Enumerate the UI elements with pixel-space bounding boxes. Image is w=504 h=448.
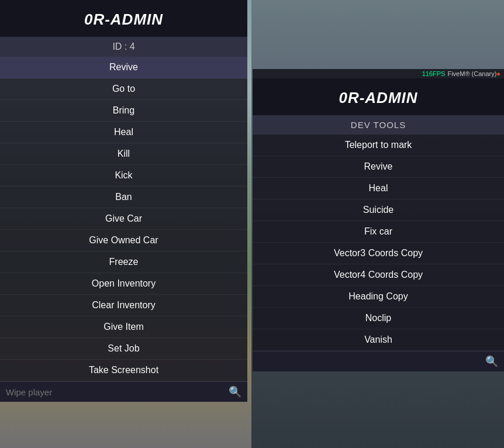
- left-menu-item-11[interactable]: Clear Inventory: [0, 295, 247, 316]
- right-search-icon[interactable]: 🔍: [485, 355, 498, 368]
- left-menu-item-13[interactable]: Set Job: [0, 338, 247, 360]
- right-search-row: 🔍: [253, 351, 504, 371]
- right-search-input[interactable]: [258, 357, 485, 367]
- player-id: ID : 4: [0, 37, 247, 57]
- left-menu-item-14[interactable]: Take Screenshot: [0, 360, 247, 381]
- left-search-row: 🔍: [0, 381, 247, 402]
- left-menu-item-12[interactable]: Give Item: [0, 316, 247, 338]
- right-menu-item-6[interactable]: Vector4 Coords Copy: [253, 264, 504, 286]
- left-panel-title: 0R-ADMIN: [0, 0, 247, 37]
- left-panel: 0R-ADMIN ID : 4 ReviveGo toBringHealKill…: [0, 0, 247, 402]
- left-menu-item-6[interactable]: Ban: [0, 187, 247, 208]
- right-menu-item-3[interactable]: Suicide: [253, 199, 504, 221]
- left-menu-item-7[interactable]: Give Car: [0, 208, 247, 230]
- left-search-input[interactable]: [6, 387, 229, 397]
- left-menu-item-9[interactable]: Freeze: [0, 251, 247, 273]
- left-menu-item-10[interactable]: Open Inventory: [0, 273, 247, 295]
- right-menu-item-7[interactable]: Heading Copy: [253, 286, 504, 308]
- left-menu-list: ReviveGo toBringHealKillKickBanGive CarG…: [0, 57, 247, 381]
- right-menu-item-4[interactable]: Fix car: [253, 221, 504, 243]
- right-menu-item-5[interactable]: Vector3 Coords Copy: [253, 243, 504, 264]
- right-menu-item-8[interactable]: Noclip: [253, 308, 504, 329]
- left-menu-item-2[interactable]: Bring: [0, 100, 247, 122]
- right-menu-item-1[interactable]: Revive: [253, 156, 504, 178]
- right-panel: 0R-ADMIN DEV TOOLS Teleport to markReviv…: [253, 69, 504, 371]
- left-menu-item-3[interactable]: Heal: [0, 122, 247, 143]
- left-menu-item-4[interactable]: Kill: [0, 143, 247, 165]
- left-menu-item-5[interactable]: Kick: [0, 165, 247, 187]
- section-header: DEV TOOLS: [253, 115, 504, 135]
- right-menu-item-2[interactable]: Heal: [253, 178, 504, 199]
- right-panel-title: 0R-ADMIN: [253, 78, 504, 115]
- left-menu-item-1[interactable]: Go to: [0, 78, 247, 100]
- right-menu-list: Teleport to markReviveHealSuicideFix car…: [253, 135, 504, 351]
- right-menu-item-0[interactable]: Teleport to mark: [253, 135, 504, 156]
- left-menu-item-0[interactable]: Revive: [0, 57, 247, 78]
- right-menu-item-9[interactable]: Vanish: [253, 329, 504, 351]
- left-search-icon[interactable]: 🔍: [229, 385, 241, 398]
- left-menu-item-8[interactable]: Give Owned Car: [0, 230, 247, 251]
